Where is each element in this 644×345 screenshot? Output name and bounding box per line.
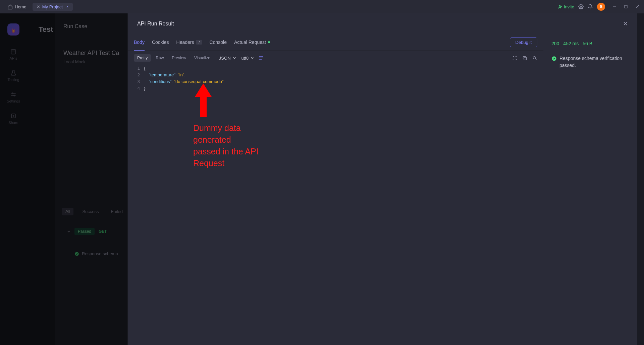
sidebar-label-settings: Settings [7, 99, 20, 103]
svg-point-1 [580, 6, 582, 7]
filter-success[interactable]: Success [79, 208, 102, 215]
sidebar-item-share[interactable]: Share [8, 113, 18, 125]
home-label: Home [15, 4, 26, 9]
svg-rect-3 [625, 5, 627, 8]
http-method: GET [99, 229, 107, 234]
share-icon [10, 113, 17, 119]
home-tab[interactable]: Home [4, 3, 30, 11]
beaker-icon [10, 70, 17, 76]
sidebar-item-settings[interactable]: Settings [7, 91, 20, 103]
flame-icon [10, 26, 17, 33]
filter-tabs: All Success Failed [62, 208, 126, 215]
headers-count-badge: 7 [196, 40, 202, 45]
chevron-down-icon [233, 56, 236, 60]
sidebar-label-share: Share [8, 121, 18, 125]
stats-panel: 200 452 ms 56 B Response schema verifica… [543, 34, 637, 345]
svg-point-13 [75, 252, 79, 256]
sidebar-item-testing[interactable]: Testing [8, 70, 19, 82]
check-circle-icon [551, 56, 557, 61]
filter-failed[interactable]: Failed [108, 208, 126, 215]
close-icon[interactable] [635, 4, 640, 9]
invite-button[interactable]: Invite [558, 4, 574, 9]
extract-icon[interactable] [512, 55, 517, 61]
response-time: 452 ms [563, 41, 579, 46]
svg-rect-17 [524, 57, 527, 60]
check-circle-icon [74, 252, 79, 256]
result-row[interactable]: Passed GET [67, 228, 107, 235]
tab-console[interactable]: Console [210, 34, 227, 51]
mock-label: Local Mock [63, 59, 119, 64]
sidebar-label-testing: Testing [8, 78, 19, 82]
response-tabs: Body Cookies Headers7 Console Actual Req… [128, 34, 543, 51]
external-link-icon [65, 5, 69, 9]
maximize-icon[interactable] [623, 4, 629, 9]
encoding-select[interactable]: utf8 [241, 56, 254, 61]
code-viewer[interactable]: 1 2 3 4 { "temperature": "in", "conditio… [128, 65, 543, 345]
tab-cookies[interactable]: Cookies [152, 34, 169, 51]
response-size: 56 B [583, 41, 592, 46]
debug-button[interactable]: Debug it [510, 38, 537, 47]
format-preview[interactable]: Preview [168, 54, 190, 62]
svg-point-18 [533, 56, 536, 59]
chevron-down-icon[interactable] [67, 230, 70, 233]
home-icon [7, 4, 13, 9]
calendar-icon [10, 48, 17, 55]
avatar[interactable]: S [597, 3, 605, 11]
svg-point-0 [559, 5, 560, 7]
sidebar-label-apis: APIs [9, 56, 17, 60]
passed-badge: Passed [74, 228, 95, 235]
left-rail: APIs Testing Settings Share [0, 13, 27, 345]
chevron-down-icon [251, 56, 254, 60]
close-tab-icon[interactable]: ✕ [37, 4, 40, 9]
format-pretty[interactable]: Pretty [134, 54, 151, 62]
schema-message: Response schema verification passed. [559, 55, 629, 69]
line-gutter: 1 2 3 4 [128, 65, 144, 345]
tab-headers[interactable]: Headers7 [176, 34, 202, 51]
tab-actual-request[interactable]: Actual Request [234, 34, 270, 51]
sliders-icon [10, 91, 17, 98]
page-title: Test [39, 25, 53, 34]
format-toolbar: Pretty Raw Preview Visualize JSON utf8 [128, 51, 543, 65]
filter-all[interactable]: All [62, 208, 73, 215]
project-tab[interactable]: ✕ My Project [33, 3, 73, 11]
invite-label: Invite [564, 4, 574, 9]
code-content: { "temperature": "in", "conditions": "do… [144, 65, 543, 345]
schema-row-text: Response schema [82, 251, 118, 256]
wrap-icon[interactable] [259, 55, 264, 61]
avatar-initial: S [600, 4, 602, 9]
modal-close-button[interactable]: ✕ [623, 20, 628, 27]
minimize-icon[interactable] [612, 4, 617, 9]
runcase-panel: Run Case Weather API Test Ca Local Mock [55, 13, 127, 345]
copy-icon[interactable] [522, 55, 527, 61]
format-visualize[interactable]: Visualize [191, 54, 214, 62]
search-icon[interactable] [532, 55, 537, 61]
status-dot-icon [268, 41, 270, 43]
titlebar: Home ✕ My Project Invite S [0, 0, 644, 13]
project-tab-label: My Project [42, 4, 63, 9]
api-run-result-modal: API Run Result ✕ Body Cookies Headers7 C… [127, 13, 637, 345]
svg-line-19 [535, 59, 536, 60]
runcase-title: Run Case [63, 23, 119, 29]
case-name: Weather API Test Ca [63, 50, 119, 57]
status-code: 200 [551, 41, 559, 46]
settings-icon[interactable] [578, 4, 584, 9]
user-plus-icon [558, 5, 562, 9]
svg-rect-6 [11, 50, 15, 54]
modal-title: API Run Result [137, 21, 174, 27]
app-logo[interactable] [7, 23, 19, 36]
format-type-select[interactable]: JSON [219, 56, 236, 61]
schema-verification-row: Response schema verification passed. [551, 55, 629, 69]
tab-body[interactable]: Body [134, 34, 145, 51]
bell-icon[interactable] [588, 4, 593, 9]
format-raw[interactable]: Raw [152, 54, 167, 62]
sidebar-item-apis[interactable]: APIs [9, 48, 17, 60]
schema-result-row: Response schema [74, 251, 118, 256]
